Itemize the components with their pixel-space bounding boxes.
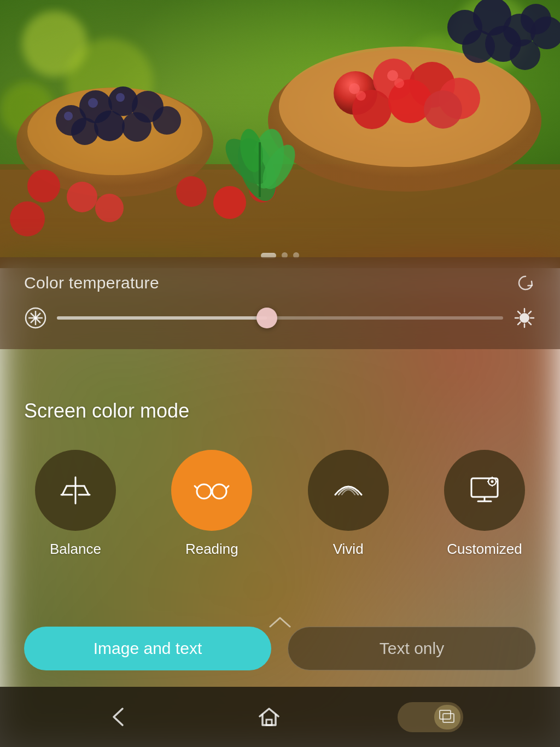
svg-line-69 <box>518 322 521 325</box>
svg-rect-90 <box>266 720 272 725</box>
back-button[interactable] <box>97 695 141 739</box>
multitask-toggle[interactable] <box>398 702 463 732</box>
color-temp-slider-container <box>24 306 536 329</box>
mode-vivid-label: Vivid <box>333 541 364 558</box>
toggle-buttons-row: Image and text Text only <box>0 616 560 681</box>
mode-reading-label: Reading <box>185 541 238 558</box>
image-and-text-button[interactable]: Image and text <box>24 627 271 670</box>
text-only-button[interactable]: Text only <box>288 627 536 670</box>
mode-vivid[interactable]: Vivid <box>308 450 389 558</box>
color-temp-title: Color temperature <box>24 274 159 292</box>
svg-rect-81 <box>471 478 498 497</box>
navigation-bar <box>0 687 560 747</box>
mode-vivid-circle <box>308 450 389 531</box>
color-modes-grid: Balance Reading <box>24 450 536 558</box>
mode-reading-circle <box>171 450 252 531</box>
svg-line-72 <box>62 486 67 495</box>
svg-line-68 <box>529 311 532 314</box>
svg-line-67 <box>529 322 532 325</box>
mode-reading[interactable]: Reading <box>171 450 252 558</box>
color-temp-header: Color temperature <box>24 273 536 293</box>
svg-line-80 <box>226 486 229 488</box>
svg-line-79 <box>195 486 197 488</box>
cold-icon <box>24 306 47 329</box>
svg-point-77 <box>212 484 226 499</box>
svg-rect-91 <box>440 710 451 719</box>
svg-rect-92 <box>443 714 454 722</box>
svg-point-61 <box>520 313 529 323</box>
mode-balance-circle <box>35 450 116 531</box>
color-temp-slider[interactable] <box>57 316 503 320</box>
refresh-icon[interactable] <box>515 273 536 293</box>
screen-mode-title: Screen color mode <box>24 399 536 422</box>
slider-thumb[interactable] <box>256 308 277 328</box>
svg-point-85 <box>491 480 493 483</box>
svg-line-73 <box>84 486 89 495</box>
screen-color-mode-section: Screen color mode Balance <box>0 383 560 569</box>
warm-icon <box>513 306 536 329</box>
svg-line-66 <box>518 311 521 314</box>
mode-customized-label: Customized <box>447 541 522 558</box>
mode-customized-circle <box>444 450 525 531</box>
mode-balance-label: Balance <box>50 541 101 558</box>
slider-fill <box>57 316 267 320</box>
multitask-inner <box>434 705 460 729</box>
color-temperature-panel: Color temperature <box>0 257 560 349</box>
svg-point-76 <box>197 484 211 499</box>
mode-balance[interactable]: Balance <box>35 450 116 558</box>
home-button[interactable] <box>247 695 291 739</box>
mode-customized[interactable]: Customized <box>444 450 525 558</box>
